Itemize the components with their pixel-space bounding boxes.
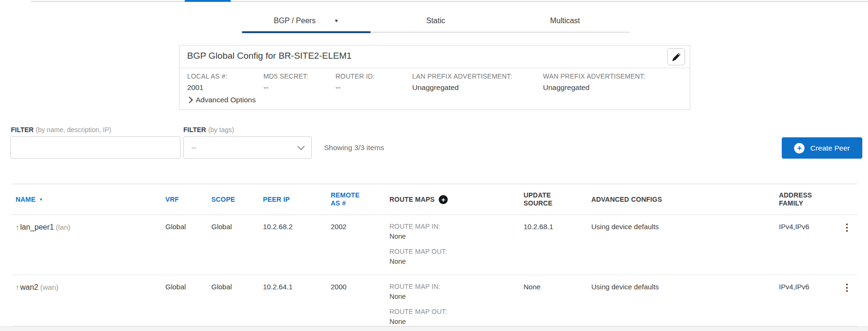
bgp-peers-table: NAME ▼ VRF SCOPE PEER IP REMOTE AS # ROU… [12,184,857,326]
field-label: ROUTER ID: [335,73,375,80]
column-header-scope[interactable]: SCOPE [211,184,263,215]
column-header-label: NAME [16,196,36,203]
column-header-address-family: ADDRESS FAMILY [779,184,841,215]
field-value: Unaggregated [543,84,645,91]
card-divider [180,68,690,68]
field-value: Unaggregated [412,84,512,91]
filter-hint-text: (by name, description, IP) [36,126,111,134]
tab-bgp-peers-label: BGP / Peers [274,17,316,25]
peer-ip-cell: 10.2.68.2 [263,223,331,275]
column-header-label: REMOTE AS # [331,191,365,208]
tab-static-label: Static [426,17,445,25]
column-header-peer-ip[interactable]: PEER IP [263,184,331,215]
showing-items-count: Showing 3/3 items [324,143,384,152]
arrow-up-icon: ↑ [16,283,19,291]
parent-tab-active-indicator [185,0,231,2]
peer-name[interactable]: lan_peer1 [20,223,54,231]
tag-filter-selected-value: -- [191,143,196,152]
route-map-in-label: ROUTE MAP IN: [389,223,520,231]
advanced-configs-cell: Using device defaults [591,283,779,326]
column-header-label: ADVANCED CONFIGS [591,196,662,203]
tab-multicast-label: Multicast [550,17,580,25]
scope-cell: Global [211,223,263,275]
field-local-as: LOCAL AS #: 2001 [187,73,227,91]
tag-filter-label: FILTER (by tags) [183,125,234,134]
sort-desc-icon: ▼ [39,197,43,202]
column-header-label: VRF [165,196,179,203]
filter-label-text: FILTER [11,126,34,134]
kebab-menu-icon[interactable]: ⋮ [841,283,853,292]
update-source-cell: None [524,283,591,326]
routing-tabbar: BGP / Peers ▼ Static Multicast [242,9,630,33]
column-header-name[interactable]: NAME ▼ [12,184,165,215]
column-header-update-source: UPDATE SOURCE [524,184,591,215]
tab-bgp-peers[interactable]: BGP / Peers ▼ [242,9,371,32]
address-family-cell: IPv4,IPv6 [779,223,841,275]
field-value: -- [335,84,375,91]
table-header-row: NAME ▼ VRF SCOPE PEER IP REMOTE AS # ROU… [12,184,857,215]
vrf-cell: Global [165,283,211,326]
peer-name-cell: ↑wan2(wan) [12,283,165,326]
field-label: LOCAL AS #: [187,73,227,80]
bgp-global-config-card: BGP Global Config for BR-SITE2-ELEM1 LOC… [179,45,690,110]
tag-filter-select[interactable]: -- [183,136,312,159]
route-map-out: ROUTE MAP OUT: None [389,308,520,326]
route-map-in-value: None [389,233,520,241]
peer-name-suffix: (wan) [40,283,59,291]
vrf-cell: Global [165,223,211,275]
filter-label-text: FILTER [183,126,206,134]
column-header-advanced-configs: ADVANCED CONFIGS [591,184,779,215]
peer-name[interactable]: wan2 [20,283,38,291]
route-map-in: ROUTE MAP IN: None [389,223,520,241]
advanced-options-toggle[interactable]: Advanced Options [187,96,256,104]
row-actions-cell: ⋮ [841,283,857,326]
chevron-down-icon[interactable]: ▼ [334,18,339,23]
peer-ip-cell: 10.2.64.1 [263,283,331,326]
remote-as-cell: 2000 [331,283,389,326]
card-title: BGP Global Config for BR-SITE2-ELEM1 [187,51,352,61]
column-header-vrf[interactable]: VRF [165,184,211,215]
table-row: ↑lan_peer1(lan) Global Global 10.2.68.2 … [12,215,857,275]
kebab-menu-icon[interactable]: ⋮ [841,223,853,232]
column-header-remote-as[interactable]: REMOTE AS # [331,184,389,215]
tab-multicast[interactable]: Multicast [500,9,630,32]
address-family-cell: IPv4,IPv6 [779,283,841,326]
remote-as-cell: 2002 [331,223,389,275]
chevron-down-icon [298,143,305,151]
column-header-label: PEER IP [263,196,290,203]
name-filter-input[interactable] [10,136,181,159]
active-tab-underline [242,31,371,33]
field-value: 2001 [187,84,227,91]
field-value: -- [263,84,308,91]
field-router-id: ROUTER ID: -- [335,73,375,91]
field-label: WAN PREFIX ADVERTISEMENT: [543,73,645,80]
top-divider [31,1,868,2]
arrow-up-icon: ↑ [16,223,19,231]
route-map-out: ROUTE MAP OUT: None [389,248,520,266]
route-map-in-value: None [389,293,520,301]
route-map-in-label: ROUTE MAP IN: [389,283,520,291]
column-header-route-maps: ROUTE MAPS + [389,184,524,215]
peer-name-suffix: (lan) [56,223,71,231]
column-header-label: SCOPE [211,196,235,203]
edit-config-button[interactable] [667,48,685,65]
field-md5-secret: MD5 SECRET: -- [263,73,308,91]
add-route-map-icon[interactable]: + [439,195,448,204]
filter-hint-text: (by tags) [208,126,234,134]
route-map-out-value: None [389,258,520,266]
advanced-options-label: Advanced Options [196,96,256,104]
scope-cell: Global [211,283,263,326]
field-label: MD5 SECRET: [263,73,308,80]
route-map-out-value: None [389,318,520,326]
tab-static[interactable]: Static [371,9,500,32]
create-peer-button[interactable]: + Create Peer [782,137,862,159]
table-row: ↑wan2(wan) Global Global 10.2.64.1 2000 … [12,275,857,326]
column-header-actions [841,184,857,215]
row-actions-cell: ⋮ [841,223,857,275]
column-header-label: ROUTE MAPS [389,196,434,203]
bottom-scroll-strip[interactable] [0,326,868,331]
advanced-configs-cell: Using device defaults [591,223,779,275]
route-maps-cell: ROUTE MAP IN: None ROUTE MAP OUT: None [389,283,524,326]
field-wan-prefix-advertisement: WAN PREFIX ADVERTISEMENT: Unaggregated [543,73,645,91]
column-header-label: UPDATE SOURCE [524,191,558,208]
